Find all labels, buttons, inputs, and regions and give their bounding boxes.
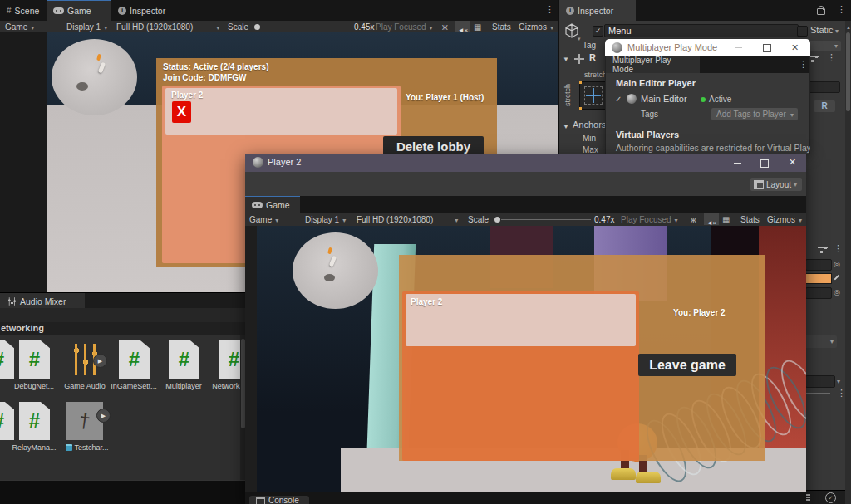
asset-label[interactable]: DebugNet... [7,382,61,390]
resolution-dropdown[interactable]: Full HD (1920x1080)▾ [357,214,458,226]
add-tags-dropdown[interactable]: Add Tags to Player ▾ [711,108,798,120]
asset-label: Testchar... [74,443,108,452]
object-name-field[interactable] [604,24,799,37]
kick-player-button[interactable]: X [172,101,191,123]
anchor-corner [579,81,582,84]
game-tab-label: Game [266,200,290,210]
stats-button[interactable]: Stats [492,22,511,32]
static-dropdown-icon[interactable]: ▾ [835,26,839,37]
object-picker-icon[interactable]: ◎ [834,261,840,268]
tab-game-label: Game [67,6,91,16]
game-target-dropdown[interactable]: Game▾ [5,22,34,33]
debug-bug-icon[interactable]: ж [691,214,696,225]
tab-inspector[interactable]: i Inspector [559,0,636,21]
layout-dropdown-button[interactable]: Layout ▾ [750,178,802,191]
asset-icon-partial[interactable]: # [0,340,14,379]
maximize-icon[interactable] [763,44,771,52]
value-field[interactable] [805,287,832,299]
play-focused-dropdown[interactable]: Play Focused▾ [376,22,433,33]
player-flame [327,247,332,255]
play-badge-icon[interactable]: ▶ [93,354,107,368]
game-viewport-player2[interactable]: Player 2 You: Player 2 Leave game [245,226,806,492]
component-menu-icon[interactable]: ⋮ [834,244,843,253]
asset-label[interactable]: RelayMana... [7,443,61,452]
metrics-keyboard-icon[interactable]: ▦ [722,214,730,225]
project-header-row: etworking [0,322,247,336]
mppm-menu-icon[interactable]: ⋮ [799,60,808,69]
mute-audio-button[interactable]: ◄× [704,213,719,225]
asset-icon-script[interactable]: # [119,340,150,379]
status-check-icon[interactable]: ✓ [825,492,836,503]
static-checkbox[interactable] [797,26,808,37]
chevron-down-icon[interactable]: ▾ [837,376,840,387]
mute-audio-button[interactable]: ◄× [455,21,470,32]
leave-game-button[interactable]: Leave game [638,354,736,376]
raycast-r-button[interactable]: R [814,100,835,112]
minimize-icon[interactable] [735,47,742,48]
display-dropdown[interactable]: Display 1▾ [66,22,107,33]
gizmos-dropdown[interactable]: Gizmos▾ [519,22,553,33]
eyedropper-icon[interactable] [834,274,839,280]
asset-label[interactable]: Multiplayer [157,382,210,390]
more-menu-icon[interactable]: ⋮ [545,5,554,14]
metrics-keyboard-icon[interactable]: ▦ [474,22,481,32]
scale-value: 0.45x [354,22,374,32]
presets-icon[interactable] [818,246,828,254]
stats-button[interactable]: Stats [740,214,760,225]
check-icon[interactable]: ✓ [615,94,622,105]
main-bottom-strip [0,480,247,504]
resolution-dropdown[interactable]: Full HD (1920x1080)▾ [116,22,219,33]
maximize-icon[interactable] [760,159,769,168]
lobby-status-text: Status: Active (2/4 players) [163,62,268,71]
asset-icon-script[interactable]: # [19,402,50,440]
color-swatch[interactable] [805,273,832,284]
active-status-dot [701,97,706,102]
scale-slider-knob[interactable] [254,24,260,30]
gizmos-dropdown[interactable]: Gizmos▾ [767,214,802,226]
dropdown-field[interactable] [805,375,835,388]
active-checkbox[interactable]: ✓ [593,26,603,37]
minimize-icon[interactable] [734,163,741,164]
mppm-titlebar[interactable]: Multiplayer Play Mode ✕ [605,39,810,56]
debug-bug-icon[interactable]: ж [442,22,448,32]
game-target-dropdown[interactable]: Game▾ [249,214,278,226]
inspector-scrollbar[interactable]: ▲ [845,21,851,504]
asset-label[interactable]: InGameSett... [107,382,160,390]
play-focused-dropdown[interactable]: Play Focused▾ [621,214,678,226]
component-foldout-icon[interactable]: ▼ [563,54,569,65]
asset-icon-script[interactable]: # [169,340,199,379]
scale-slider-track[interactable] [261,27,352,27]
tab-audio-mixer[interactable]: Audio Mixer [0,293,85,309]
scale-slider-knob[interactable] [494,217,500,223]
tab-game[interactable]: Game [47,0,111,21]
asset-label[interactable]: Game Audio [58,382,111,390]
tab-game-player2[interactable]: Game [245,196,300,213]
asset-icon-script[interactable]: # [19,340,50,379]
play-badge-icon[interactable]: ▶ [96,409,111,423]
player2-titlebar[interactable]: Player 2 ✕ [245,154,806,172]
anchors-foldout-icon[interactable]: ▼ [563,121,569,132]
tab-console[interactable]: Console [249,496,309,504]
asset-icon-model-thumbnail[interactable]: † [66,402,103,440]
tab-inspector-main[interactable]: i Inspector [111,0,188,21]
inspector-menu-icon[interactable]: ⋮ [837,5,846,14]
component-menu-icon[interactable]: ⋮ [827,53,836,62]
object-picker-icon[interactable]: ◎ [834,289,840,296]
cube-dropdown-icon[interactable]: ▾ [578,33,581,44]
asset-icon-partial[interactable]: # [0,402,14,440]
value-field[interactable] [805,259,832,271]
tab-scene[interactable]: # Scene [0,0,47,21]
asset-label-group[interactable]: Testchar... [58,443,116,452]
close-icon[interactable]: ✕ [789,157,796,168]
anchor-preset-widget[interactable] [579,81,608,110]
mppm-tab[interactable]: Multiplayer Play Mode [606,56,700,73]
close-icon[interactable]: ✕ [791,42,799,53]
chevron-down-icon: ▾ [790,110,794,120]
inspector-scrollbar-thumb[interactable] [846,32,850,111]
display-dropdown[interactable]: Display 1▾ [305,214,346,226]
mini-slider[interactable] [805,393,830,394]
scale-slider-track[interactable] [501,219,591,220]
info-icon: i [566,7,574,15]
lock-icon[interactable] [817,8,825,15]
player2-window-icon [253,157,263,168]
